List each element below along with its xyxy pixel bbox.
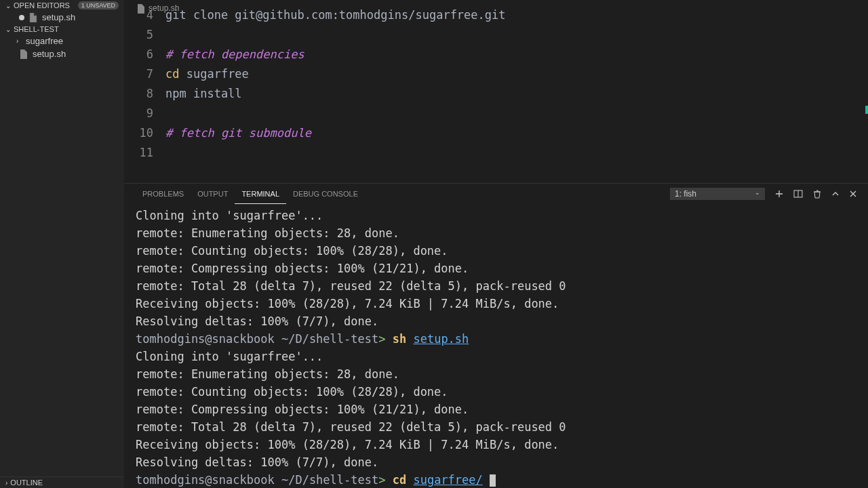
editor-tab[interactable]: setup.sh (137, 0, 179, 18)
open-editors-label: OPEN EDITORS (14, 1, 70, 9)
file-icon (28, 13, 38, 22)
terminal-selector-value: 1: fish (675, 189, 696, 199)
new-terminal-icon[interactable] (774, 189, 784, 199)
terminal-selector[interactable]: 1: fish ⌄ (670, 188, 765, 200)
open-editor-name: setup.sh (42, 12, 75, 22)
tab-filename: setup.sh (149, 0, 179, 18)
terminal-output[interactable]: Cloning into 'sugarfree'...remote: Enume… (125, 204, 868, 488)
folder-name: sugarfree (26, 36, 63, 46)
sidebar-item-setupsh[interactable]: setup.sh (0, 47, 124, 60)
main-area: setup.sh 4567891011 git clone git@github… (125, 0, 868, 488)
open-editors-header[interactable]: ⌄ OPEN EDITORS 1 UNSAVED (0, 0, 124, 11)
sidebar-item-sugarfree[interactable]: › sugarfree (0, 35, 124, 47)
panel-tab-bar: PROBLEMS OUTPUT TERMINAL DEBUG CONSOLE 1… (125, 184, 868, 204)
explorer-sidebar: ⌄ OPEN EDITORS 1 UNSAVED setup.sh ⌄ SHEL… (0, 0, 125, 488)
chevron-down-icon: ⌄ (755, 189, 760, 196)
panel-tab-debug[interactable]: DEBUG CONSOLE (286, 184, 365, 204)
chevron-up-icon[interactable] (831, 190, 840, 198)
file-icon (19, 49, 28, 59)
unsaved-badge: 1 UNSAVED (78, 1, 119, 9)
outline-label: OUTLINE (10, 479, 43, 487)
editor[interactable]: setup.sh 4567891011 git clone git@github… (125, 0, 868, 183)
panel-tab-terminal[interactable]: TERMINAL (235, 184, 286, 204)
file-icon (137, 4, 145, 14)
line-number-gutter: 4567891011 (125, 0, 165, 183)
code-content[interactable]: git clone git@github.com:tomhodgins/suga… (165, 0, 506, 183)
minimap-marker (865, 106, 868, 114)
chevron-down-icon: ⌄ (5, 2, 11, 9)
open-editor-item[interactable]: setup.sh (0, 11, 124, 24)
file-name: setup.sh (33, 49, 66, 59)
project-label: SHELL-TEST (14, 25, 59, 33)
outline-header[interactable]: › OUTLINE (0, 476, 124, 488)
split-terminal-icon[interactable] (793, 189, 803, 199)
chevron-down-icon: ⌄ (5, 26, 11, 33)
panel-tab-output[interactable]: OUTPUT (191, 184, 235, 204)
panel-tab-problems[interactable]: PROBLEMS (136, 184, 191, 204)
project-header[interactable]: ⌄ SHELL-TEST (0, 24, 124, 35)
trash-icon[interactable] (812, 189, 822, 199)
close-icon[interactable] (849, 190, 857, 198)
chevron-right-icon: › (16, 37, 24, 45)
modified-dot-icon (19, 15, 24, 20)
bottom-panel: PROBLEMS OUTPUT TERMINAL DEBUG CONSOLE 1… (125, 183, 868, 488)
chevron-right-icon: › (5, 479, 7, 487)
